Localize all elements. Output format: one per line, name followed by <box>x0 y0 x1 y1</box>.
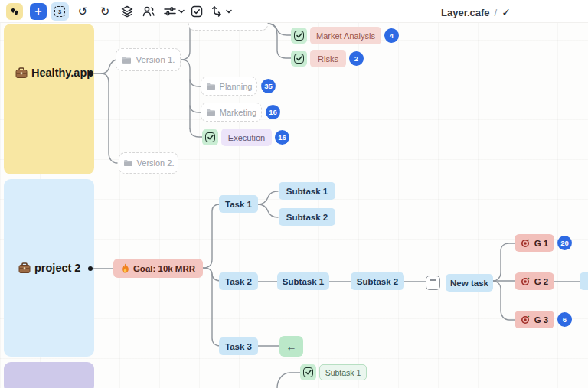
node-label: G 2 <box>534 277 549 286</box>
node-label: Marketing <box>220 108 256 117</box>
undo-button[interactable]: ↺ <box>74 3 91 20</box>
node-label: Version 1. <box>136 55 175 64</box>
connector-icon <box>211 5 224 18</box>
node-marketing[interactable]: Marketing 16 <box>201 103 280 122</box>
undo-icon: ↺ <box>78 5 88 18</box>
count-badge: 35 <box>261 79 276 93</box>
fire-icon <box>121 263 129 273</box>
node-version-2[interactable]: Version 2. <box>119 152 178 174</box>
checkbox-icon[interactable] <box>291 28 307 44</box>
node-label: G 3 <box>534 315 549 324</box>
node-label: Version 2. <box>137 158 175 168</box>
mindmap-canvas[interactable]: Healthy.app project 2 <box>0 0 588 388</box>
node-left-arrow[interactable]: ← <box>279 336 303 357</box>
node-label: New task <box>450 279 488 288</box>
node-task1-subtask-1[interactable]: Subtask 1 <box>279 182 335 200</box>
count-badge: 2 <box>349 51 364 66</box>
layer-app: Healthy.app project 2 <box>0 0 588 388</box>
count-badge: 16 <box>266 105 280 119</box>
select-tool-button[interactable]: 3 <box>51 2 69 21</box>
node-g3[interactable]: G 3 6 <box>514 311 572 328</box>
collaborators-icon <box>142 5 155 18</box>
node-task1-subtask-2[interactable]: Subtask 2 <box>279 208 335 226</box>
chevron-down-icon <box>226 9 232 14</box>
node-body: G 3 <box>514 311 554 328</box>
node-label: Subtask 2 <box>357 277 398 286</box>
node-task-1[interactable]: Task 1 <box>219 195 258 213</box>
node-label: Execution <box>221 129 272 146</box>
node-label: Subtask 1 <box>319 364 367 380</box>
folder-icon <box>123 159 133 167</box>
node-label: Subtask 1 <box>286 187 328 196</box>
redo-icon: ↻ <box>100 5 110 18</box>
node-label: Planning <box>220 82 253 91</box>
node-label: Goal: 10k MRR <box>133 264 195 273</box>
node-label: Task 3 <box>225 342 252 351</box>
toolbar: + 3 ↺ ↻ Layer.cafe / ✓ <box>0 0 588 23</box>
folder-icon <box>206 109 216 116</box>
app-logo-icon[interactable] <box>6 3 23 20</box>
node-market-analysis[interactable]: Market Analysis 4 <box>291 27 399 44</box>
node-bottom-subtask-1[interactable]: Subtask 1 <box>300 364 367 380</box>
count-badge: 16 <box>275 130 289 145</box>
plus-glyph: + <box>34 5 41 18</box>
folder-icon <box>206 83 216 90</box>
node-label: Task 2 <box>225 277 252 286</box>
redo-button[interactable]: ↻ <box>96 3 113 20</box>
connector-style-button[interactable] <box>208 3 234 20</box>
node-task2-subtask-1[interactable]: Subtask 1 <box>277 272 329 290</box>
folder-icon <box>121 56 132 64</box>
node-task-3[interactable]: Task 3 <box>219 337 258 355</box>
node-label-wrap: New task <box>446 274 493 292</box>
node-offscreen-right[interactable] <box>580 272 588 290</box>
node-g1[interactable]: G 1 20 <box>514 234 572 252</box>
left-arrow-glyph: ← <box>286 341 297 353</box>
document-name: Layer.cafe <box>441 7 490 18</box>
view-options-button[interactable] <box>161 3 187 20</box>
layers-button[interactable] <box>119 3 136 20</box>
card-icon[interactable] <box>426 276 440 290</box>
saved-check-icon: ✓ <box>501 6 511 18</box>
node-task2-subtask-2[interactable]: Subtask 2 <box>351 272 404 290</box>
collaborators-button[interactable] <box>140 3 157 20</box>
checkbox-icon[interactable] <box>291 51 307 67</box>
node-g2[interactable]: G 2 <box>514 272 554 290</box>
selection-frame-icon: 3 <box>54 6 65 17</box>
target-icon <box>521 276 531 286</box>
branch-origin-dot <box>88 266 93 271</box>
node-planning[interactable]: Planning 35 <box>201 77 276 96</box>
node-label: Subtask 2 <box>286 213 328 222</box>
node-body: G 2 <box>514 272 554 290</box>
node-body: Planning <box>201 77 257 96</box>
tasks-button[interactable] <box>188 3 205 20</box>
document-title[interactable]: Layer.cafe / ✓ <box>441 6 511 18</box>
add-node-button[interactable]: + <box>30 3 47 20</box>
node-execution[interactable]: Execution 16 <box>202 129 289 146</box>
node-body: G 1 <box>514 234 554 252</box>
checkbox-icon[interactable] <box>300 364 316 380</box>
branch-origin-dot <box>88 71 93 76</box>
node-task-2[interactable]: Task 2 <box>219 272 258 290</box>
node-risks[interactable]: Risks 2 <box>291 50 364 67</box>
node-label: Risks <box>310 50 346 67</box>
sliders-icon <box>163 5 177 18</box>
checkbox-icon[interactable] <box>202 129 218 145</box>
count-badge: 6 <box>557 312 572 327</box>
count-badge: 4 <box>384 28 399 43</box>
node-body: Marketing <box>201 103 262 122</box>
node-new-task[interactable]: New task <box>426 274 493 292</box>
node-label: G 1 <box>534 239 549 248</box>
target-icon <box>521 238 531 248</box>
checkbox-icon <box>190 5 204 18</box>
layers-icon <box>120 5 134 18</box>
node-goal[interactable]: Goal: 10k MRR <box>113 259 203 278</box>
node-label: Subtask 1 <box>283 277 324 286</box>
chevron-down-icon <box>178 9 185 14</box>
node-version-1[interactable]: Version 1. <box>116 48 181 71</box>
title-separator: / <box>495 7 498 18</box>
target-icon <box>521 315 531 324</box>
node-label: Market Analysis <box>310 27 381 44</box>
count-badge: 20 <box>557 236 572 250</box>
node-label: Task 1 <box>225 200 252 209</box>
selection-count: 3 <box>58 8 61 15</box>
